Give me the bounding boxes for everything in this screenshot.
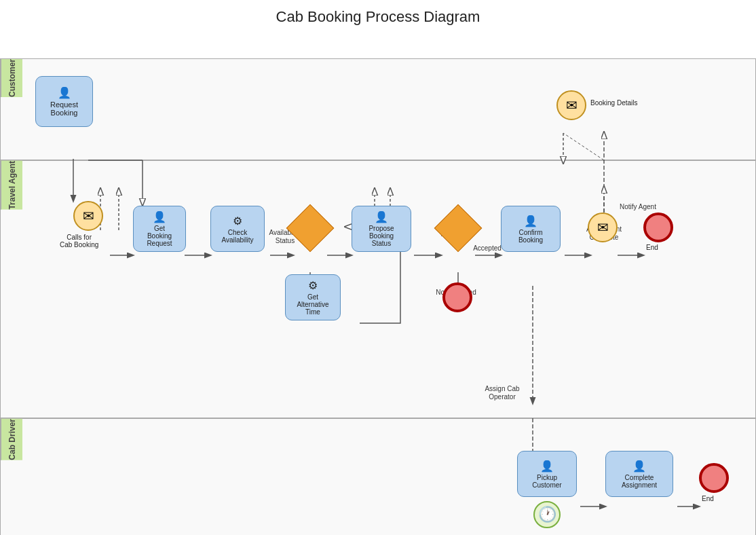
person-icon5: 👤 <box>540 460 554 473</box>
pickup-customer-task[interactable]: 👤 Pickup Customer <box>517 451 577 497</box>
person-icon4: 👤 <box>524 215 537 227</box>
person-icon3: 👤 <box>375 210 388 223</box>
availability-gateway <box>293 211 327 245</box>
get-booking-request-task[interactable]: 👤 Get Booking Request <box>133 206 186 252</box>
lane-label-travel: Travel Agent <box>1 161 22 210</box>
request-booking-task[interactable]: 👤 Request Booking <box>35 76 93 127</box>
calls-cab-booking-event: ✉ <box>73 201 103 231</box>
end-travel-event <box>643 213 673 242</box>
booking-details-label: Booking Details <box>590 99 637 107</box>
page-title: Cab Booking Process Diagram <box>0 0 756 31</box>
gear-icon: ⚙ <box>233 215 242 227</box>
diagram-container: Customer Travel Agent Cab Driver <box>0 31 756 535</box>
swim-lane-customer: Customer <box>0 58 756 160</box>
lane-label-driver: Cab Driver <box>1 419 22 460</box>
person-icon2: 👤 <box>153 210 166 223</box>
complete-assignment-task[interactable]: 👤 Complete Assignment <box>605 451 673 497</box>
calls-cab-booking-label: Calls forCab Booking <box>60 234 98 248</box>
lane-content-customer <box>22 59 755 160</box>
assignment-complete-event: ✉ <box>588 213 618 242</box>
envelope-icon: ✉ <box>566 97 578 113</box>
get-alternative-time-task[interactable]: ⚙ Get Alternative Time <box>285 274 341 320</box>
end-not-accepted-event <box>442 282 472 312</box>
envelope-icon2: ✉ <box>83 208 94 224</box>
person-icon6: 👤 <box>632 460 646 473</box>
swim-lane-travel: Travel Agent <box>0 160 756 418</box>
timer-event: 🕐 <box>533 501 561 528</box>
lane-content-travel <box>22 161 755 418</box>
booking-details-event: ✉ <box>556 90 586 120</box>
response-gateway <box>441 211 475 245</box>
end-driver-label: End <box>702 495 714 502</box>
envelope-icon3: ✉ <box>597 219 609 236</box>
lane-label-customer: Customer <box>1 59 22 97</box>
propose-booking-status-task[interactable]: 👤 Propose Booking Status <box>352 206 411 252</box>
end-driver-event <box>699 463 729 493</box>
person-icon: 👤 <box>58 86 71 99</box>
confirm-booking-task[interactable]: 👤 Confirm Booking <box>501 206 561 252</box>
end-travel-label: End <box>646 244 658 251</box>
check-availability-task[interactable]: ⚙ Check Availability <box>210 206 265 252</box>
gateway-diamond1 <box>286 204 335 253</box>
gear-icon2: ⚙ <box>308 279 318 292</box>
gateway-diamond2 <box>434 204 483 253</box>
